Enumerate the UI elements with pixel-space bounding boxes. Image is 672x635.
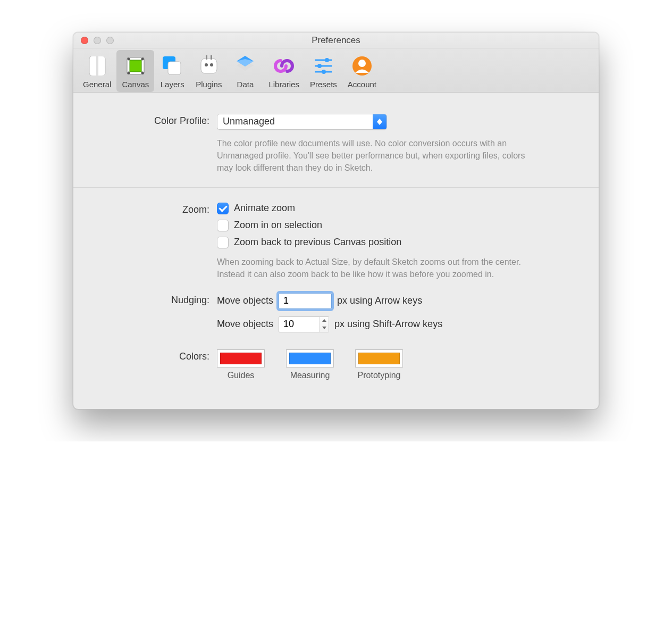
tab-libraries[interactable]: Libraries <box>263 50 305 92</box>
zoom-on-selection-checkbox[interactable] <box>217 220 229 231</box>
presets-icon <box>310 53 336 79</box>
svg-point-25 <box>358 60 366 67</box>
svg-rect-10 <box>201 59 217 73</box>
guides-color-button[interactable] <box>217 349 265 367</box>
guides-swatch <box>220 353 262 364</box>
nudge-arrow-input[interactable] <box>279 293 332 309</box>
svg-point-21 <box>317 64 322 68</box>
zoom-back-previous-checkbox[interactable] <box>217 237 229 248</box>
zoom-label: Zoom: <box>111 203 217 215</box>
measuring-color-label: Measuring <box>290 371 330 380</box>
libraries-icon <box>271 53 297 79</box>
svg-marker-29 <box>322 327 326 329</box>
svg-rect-13 <box>206 55 207 60</box>
stepper-arrows-icon[interactable] <box>319 317 329 332</box>
plugins-icon <box>196 53 222 79</box>
svg-rect-14 <box>211 55 212 60</box>
tab-general[interactable]: General <box>78 50 116 92</box>
zoom-window-icon[interactable] <box>106 37 114 44</box>
close-icon[interactable] <box>81 37 88 44</box>
toolbar: General Canvas Layers Plugins Data <box>73 48 599 93</box>
svg-marker-28 <box>322 319 326 322</box>
titlebar: Preferences <box>73 32 599 48</box>
color-profile-label: Color Profile: <box>111 114 217 127</box>
svg-point-5 <box>141 58 144 61</box>
window-controls <box>81 37 114 44</box>
svg-point-4 <box>127 58 130 61</box>
tab-account[interactable]: Account <box>342 50 382 92</box>
nudge-shift-input[interactable] <box>279 317 319 332</box>
content-pane: Color Profile: Unmanaged The color profi… <box>73 93 599 409</box>
general-icon <box>85 53 110 79</box>
svg-point-11 <box>205 63 208 66</box>
divider <box>73 187 599 188</box>
animate-zoom-label: Animate zoom <box>234 203 295 214</box>
nudging-label: Nudging: <box>111 293 217 306</box>
canvas-icon <box>123 53 148 79</box>
zoom-on-selection-label: Zoom in on selection <box>234 220 322 231</box>
data-icon <box>232 53 258 79</box>
svg-point-7 <box>141 72 144 74</box>
colors-label: Colors: <box>111 349 217 362</box>
svg-point-23 <box>322 70 326 74</box>
chevron-up-down-icon <box>373 114 387 129</box>
animate-zoom-checkbox[interactable] <box>217 203 229 214</box>
svg-rect-3 <box>130 60 141 72</box>
nudge-arrow-prefix: Move objects <box>217 295 273 306</box>
minimize-icon[interactable] <box>94 37 101 44</box>
guides-color-label: Guides <box>228 371 255 380</box>
measuring-swatch <box>289 353 331 364</box>
prototyping-swatch <box>358 353 400 364</box>
nudge-shift-stepper[interactable] <box>279 316 329 332</box>
tab-layers[interactable]: Layers <box>154 50 190 92</box>
prototyping-color-label: Prototyping <box>358 371 401 380</box>
measuring-color-button[interactable] <box>286 349 334 367</box>
nudge-shift-prefix: Move objects <box>217 319 273 330</box>
tab-presets[interactable]: Presets <box>305 50 342 92</box>
prototyping-color-button[interactable] <box>355 349 403 367</box>
svg-point-12 <box>210 63 213 66</box>
svg-point-19 <box>325 58 329 62</box>
nudge-shift-suffix: px using Shift-Arrow keys <box>334 319 442 330</box>
layers-icon <box>159 53 185 79</box>
tab-plugins[interactable]: Plugins <box>190 50 227 92</box>
zoom-back-previous-label: Zoom back to previous Canvas position <box>234 237 401 248</box>
svg-rect-9 <box>168 62 181 74</box>
window-title: Preferences <box>312 35 360 46</box>
color-profile-select[interactable]: Unmanaged <box>217 114 387 130</box>
svg-point-6 <box>127 72 130 74</box>
color-profile-help: The color profile new documents will use… <box>217 137 536 174</box>
preferences-window: Preferences General Canvas Layers Plug <box>73 32 599 410</box>
zoom-help: When zooming back to Actual Size, by def… <box>217 256 536 280</box>
tab-canvas[interactable]: Canvas <box>116 50 154 92</box>
tab-data[interactable]: Data <box>227 50 263 92</box>
account-icon <box>349 53 375 79</box>
svg-marker-27 <box>377 122 382 125</box>
svg-rect-1 <box>96 56 98 76</box>
nudge-arrow-suffix: px using Arrow keys <box>337 295 422 306</box>
